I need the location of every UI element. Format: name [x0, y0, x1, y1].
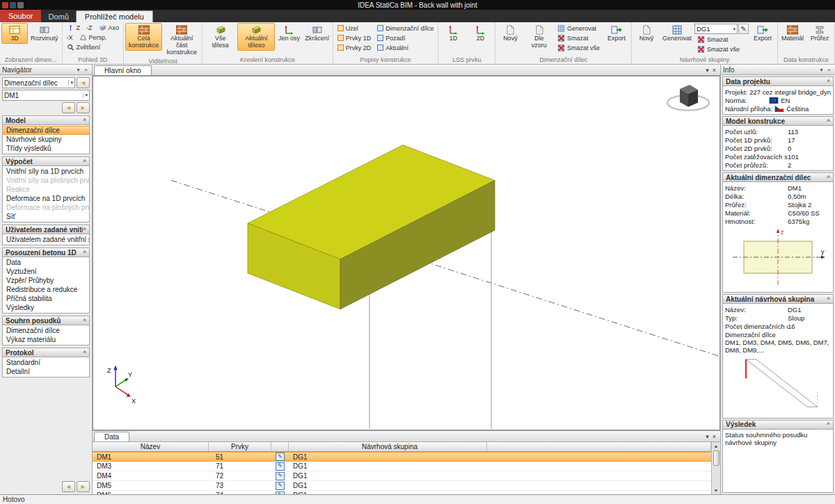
section-header-user-forces[interactable]: Uživatelem zadané vnitřní s^	[2, 225, 90, 234]
close-icon[interactable]: ×	[825, 67, 833, 73]
nav-bottom-prev-button[interactable]: ◄	[62, 481, 75, 492]
navigator-mode-combo[interactable]: Dimenzační dílec ▾	[2, 77, 75, 88]
table-row-dm4[interactable]: DM4 72 ✎ DG1	[93, 471, 711, 481]
result-section-header[interactable]: Výsledek^	[722, 420, 834, 430]
scroll-down-icon[interactable]: ▼	[714, 487, 719, 494]
design-group-delete-all-button[interactable]: Smazat vše	[694, 44, 749, 54]
design-group-delete-button[interactable]: Smazat	[694, 35, 749, 44]
tab-model-browser[interactable]: Prohlížeč modelu	[76, 10, 153, 22]
material-button[interactable]: Materiál	[779, 23, 806, 44]
dim-member-delete-all-button[interactable]: Smazat vše	[555, 43, 603, 52]
scroll-up-icon[interactable]: ▲	[714, 442, 719, 450]
current-part-button[interactable]: Aktuální část konstrukce	[163, 23, 200, 58]
nav-item-dim-members[interactable]: Dimenzační dílce	[3, 126, 89, 135]
tab-home[interactable]: Domů	[41, 11, 75, 22]
nav-item-summary-dim-members[interactable]: Dimenzační dílce	[3, 326, 89, 335]
cross-section-button[interactable]: Průřez	[806, 23, 833, 44]
nav-item-results[interactable]: Výsledky	[3, 303, 89, 312]
whole-structure-button[interactable]: Celá konstrukce	[125, 23, 162, 51]
dim-member-by-pattern-button[interactable]: Dle vzoru	[524, 23, 554, 51]
column-header-elements[interactable]: Prvky	[209, 442, 271, 451]
label-members1d-toggle[interactable]: Prvky 1D	[335, 33, 374, 42]
label-dim-members-toggle[interactable]: Dimenzační dílce	[374, 24, 436, 33]
section-header-concrete-check[interactable]: Posouzení betonu 1D^	[2, 247, 90, 257]
edit-row-icon[interactable]: ✎	[276, 491, 285, 495]
nav-item-internal-forces-1d[interactable]: Vnitřní síly na 1D prvcích	[3, 167, 89, 176]
current-member-section-header[interactable]: Aktuální dimenzační dílec^	[722, 172, 834, 182]
view-persp-button[interactable]: Persp.	[77, 33, 110, 42]
column-header-name[interactable]: Název	[93, 442, 209, 451]
current-group-section-header[interactable]: Aktuální návrhová skupina^	[722, 294, 834, 304]
viewport-3d[interactable]: Z Y X	[93, 76, 720, 430]
nav-item-detailed-report[interactable]: Detailní	[3, 367, 89, 376]
dim-member-delete-button[interactable]: Smazat	[555, 33, 603, 42]
view-minus-z-button[interactable]: -Z	[84, 23, 95, 32]
nav-item-data[interactable]: Data	[3, 258, 89, 267]
design-group-generate-button[interactable]: Generovat	[660, 23, 694, 44]
nav-item-deformations-1d[interactable]: Deformace na 1D prvcích	[3, 194, 89, 203]
nav-item-buckling[interactable]: Vzpěr/ Průhyby	[3, 276, 89, 285]
tab-main-window[interactable]: Hlavní okno	[94, 65, 152, 75]
design-group-edit-button[interactable]: ✎	[738, 24, 749, 34]
shortened-button[interactable]: Zkrácení	[303, 23, 331, 44]
nav-item-design-groups[interactable]: Návrhové skupiny	[3, 135, 89, 144]
model-section-header[interactable]: Model konstrukce^	[722, 116, 834, 126]
label-node-toggle[interactable]: Uzel	[335, 24, 374, 33]
table-row-dm6[interactable]: DM6 74 ✎ DG1	[93, 491, 711, 494]
dim-member-new-button[interactable]: Nový	[497, 23, 523, 44]
view-axo-button[interactable]: Axo	[96, 23, 122, 32]
prev-mode-button[interactable]: ◄	[77, 77, 90, 88]
edit-row-icon[interactable]: ✎	[276, 462, 285, 471]
lss-2d-button[interactable]: 2D	[467, 23, 493, 44]
edit-row-icon[interactable]: ✎	[276, 482, 285, 490]
navigator-member-combo[interactable]: DM1 ▾	[2, 90, 90, 101]
table-scrollbar[interactable]: ▲ ▼	[711, 442, 720, 494]
nav-item-mesh[interactable]: Síť	[3, 212, 89, 221]
table-row-dm5[interactable]: DM5 73 ✎ DG1	[93, 481, 711, 491]
table-row-dm3[interactable]: DM3 71 ✎ DG1	[93, 462, 711, 471]
section-header-model[interactable]: Model^	[2, 115, 90, 125]
close-icon[interactable]: ×	[713, 433, 716, 440]
section-header-check-summary[interactable]: Souhrn posudků^	[2, 316, 90, 325]
dim-member-export-button[interactable]: Export	[603, 23, 630, 44]
design-group-combo[interactable]: DG1 ▾	[694, 24, 738, 34]
all-solids-button[interactable]: Vše tělesa	[204, 23, 237, 51]
nav-item-standard-report[interactable]: Standardní	[3, 358, 89, 367]
nav-item-redistribution[interactable]: Redistribuce a redukce	[3, 285, 89, 294]
view-unfolded-button[interactable]: Rozvinutý	[29, 23, 61, 44]
file-menu-button[interactable]: Soubor	[0, 10, 41, 22]
view-minus-x-button[interactable]: -X	[64, 33, 76, 42]
current-solid-button[interactable]: Aktuální těleso	[237, 23, 275, 51]
label-current-toggle[interactable]: Aktuální	[374, 43, 436, 52]
label-members2d-toggle[interactable]: Prvky 2D	[335, 43, 374, 52]
axes-only-button[interactable]: Jen osy	[276, 23, 302, 44]
close-icon[interactable]: ×	[713, 67, 716, 74]
design-group-new-button[interactable]: Nový	[633, 23, 660, 44]
column-header-group[interactable]: Návrhová skupina	[289, 442, 487, 451]
pin-icon[interactable]: ▾	[706, 67, 709, 74]
nav-item-result-classes[interactable]: Třídy výsledků	[3, 144, 89, 153]
tab-data[interactable]: Data	[94, 432, 129, 441]
nav-item-user-internal-forces[interactable]: Uživatelem zadané vnitřní síly	[3, 235, 89, 244]
lss-1d-button[interactable]: 1D	[440, 23, 466, 44]
pin-icon[interactable]: ▾	[74, 67, 82, 73]
nav-bottom-next-button[interactable]: ►	[77, 481, 90, 492]
view-z-button[interactable]: Z	[64, 23, 84, 32]
edit-row-icon[interactable]: ✎	[276, 472, 285, 480]
view-3d-button[interactable]: 3D	[1, 23, 28, 44]
design-group-export-button[interactable]: Export	[749, 23, 776, 44]
section-header-calculation[interactable]: Výpočet^	[2, 156, 90, 166]
close-icon[interactable]: ×	[82, 67, 90, 73]
prev-member-button[interactable]: ◄	[62, 102, 75, 113]
nav-item-lateral-stability[interactable]: Příčná stabilita	[3, 294, 89, 303]
zoom-button[interactable]: Zvětšení	[64, 42, 104, 51]
label-background-toggle[interactable]: Pozadí	[374, 33, 436, 42]
pin-icon[interactable]: ▾	[706, 433, 709, 440]
project-section-header[interactable]: Data projektu^	[722, 76, 834, 86]
table-row-dm1[interactable]: DM1 51 ✎ DG1	[93, 452, 711, 462]
next-member-button[interactable]: ►	[77, 102, 90, 113]
nav-item-reinforcement[interactable]: Vyztužení	[3, 267, 89, 276]
pin-icon[interactable]: ▾	[818, 67, 825, 73]
nav-item-material-report[interactable]: Výkaz materiálu	[3, 335, 89, 344]
dim-member-generate-button[interactable]: Generovat	[555, 24, 603, 33]
